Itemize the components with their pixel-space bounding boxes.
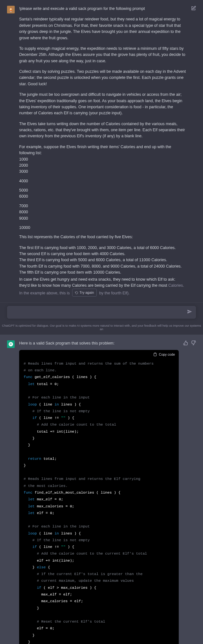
calorie-value: 3000	[19, 169, 186, 175]
assistant-avatar	[7, 340, 15, 348]
assistant-message-body: Here is a valid Sack program that solves…	[19, 340, 179, 644]
assistant-intro: Here is a valid Sack program that solves…	[19, 340, 179, 346]
list-intro: This list represents the Calories of the…	[19, 234, 186, 240]
calorie-value: 1000	[19, 156, 186, 163]
code-content: # Reads lines from input and returns the…	[19, 359, 179, 644]
footer-disclaimer: ChatGPT is optimized for dialogue. Our g…	[0, 322, 203, 335]
chat-input-container[interactable]	[7, 306, 196, 319]
assistant-message-actions	[183, 340, 196, 644]
thumbs-down-icon[interactable]	[191, 340, 196, 345]
chat-input[interactable]	[11, 310, 187, 315]
thumbs-up-icon[interactable]	[183, 340, 188, 345]
calorie-group: 10000	[19, 225, 186, 231]
input-row	[0, 303, 203, 322]
send-icon[interactable]	[187, 309, 192, 315]
calorie-group: 4000	[19, 178, 186, 184]
prompt-paragraph: The jungle must be too overgrown and dif…	[19, 92, 186, 117]
clipboard-icon	[153, 352, 157, 356]
calorie-value: 10000	[19, 225, 186, 231]
explain-line: The fifth Elf is carrying one food item …	[19, 269, 186, 276]
calorie-value: 6000	[19, 193, 186, 200]
copy-code-button[interactable]: Copy code	[19, 350, 179, 359]
user-avatar: 🍹	[7, 6, 15, 13]
svg-rect-0	[154, 353, 156, 353]
prompt-paragraph: Collect stars by solving puzzles. Two pu…	[19, 69, 186, 87]
assistant-message: Here is a valid Sack program that solves…	[0, 335, 203, 644]
explain-line: The second Elf is carrying one food item…	[19, 251, 186, 257]
explain-line: The third Elf is carrying food with 5000…	[19, 257, 186, 263]
calorie-list: 1000200030004000500060007000800090001000…	[19, 156, 186, 231]
retry-icon	[75, 291, 78, 294]
prompt-paragraph: To supply enough magical energy, the exp…	[19, 46, 186, 64]
edit-icon[interactable]	[191, 6, 196, 11]
user-message-actions	[191, 6, 196, 297]
calorie-value: 2000	[19, 163, 186, 169]
code-block: Copy code # Reads lines from input and r…	[19, 350, 179, 644]
prompt-paragraph: For example, suppose the Elves finish wr…	[19, 144, 186, 156]
explain-line: The fourth Elf is carrying food with 700…	[19, 263, 186, 269]
user-message: 🍹 !please write and execute a valid sack…	[0, 0, 203, 303]
prompt-paragraphs: Santa's reindeer typically eat regular r…	[19, 16, 186, 156]
prompt-paragraph: Santa's reindeer typically eat regular r…	[19, 16, 186, 41]
calorie-group: 50006000	[19, 187, 186, 200]
explanation-lines: The first Elf is carrying food with 1000…	[19, 245, 186, 276]
calorie-value: 7000	[19, 203, 186, 209]
prompt-paragraph: The Elves take turns writing down the nu…	[19, 121, 186, 140]
final-paragraph: In case the Elves get hungry and need ex…	[19, 277, 186, 297]
try-again-button[interactable]: Try again	[72, 289, 97, 297]
calorie-value: 5000	[19, 187, 186, 193]
calorie-group: 700080009000	[19, 203, 186, 222]
calorie-group: 100020003000	[19, 156, 186, 175]
user-message-body: !please write and execute a valid sack p…	[19, 6, 186, 297]
calorie-value: 4000	[19, 178, 186, 184]
prompt-command: !please write and execute a valid sack p…	[19, 6, 186, 12]
calorie-value: 8000	[19, 209, 186, 215]
explain-line: The first Elf is carrying food with 1000…	[19, 245, 186, 251]
calorie-value: 9000	[19, 216, 186, 222]
